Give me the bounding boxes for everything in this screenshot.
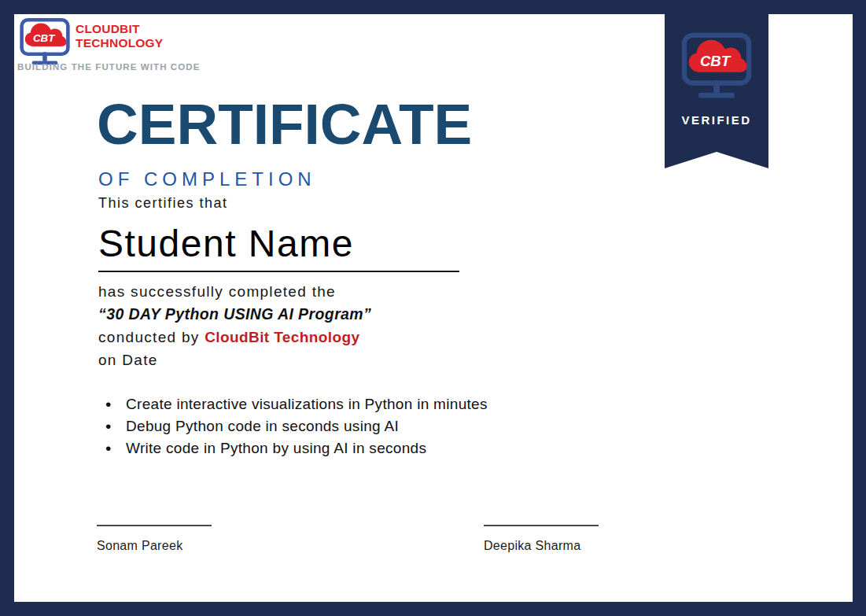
completed-line: has successfully completed the [98,283,336,301]
signature-line [97,525,212,526]
certificate-subtitle: OF COMPLETION [98,168,316,190]
highlight-item: Debug Python code in seconds using AI [103,415,488,437]
signature-left: Sonam Pareek [97,525,212,553]
signature-right: Deepika Sharma [484,525,599,553]
cbt-logo-text: CBT [33,32,56,44]
signatory-name: Sonam Pareek [97,539,212,553]
cbt-monitor-cloud-icon: CBT [678,31,755,102]
date-line: on Date [98,352,158,369]
signature-line [484,525,599,526]
program-name: “30 DAY Python USING AI Program” [98,305,371,323]
cloudbit-header-logo: CBT CLOUDBIT TECHNOLOGY BUILDING THE FUT… [17,17,253,91]
certifies-line: This certifies that [98,195,228,212]
certificate-page: { "brand": { "logo_text": "CBT", "name_l… [0,0,866,616]
cbt-logo-text: CBT [700,53,731,69]
highlight-item: Create interactive visualizations in Pyt… [103,393,488,415]
cbt-monitor-cloud-icon: CBT [17,17,72,68]
brand-name-line2: TECHNOLOGY [76,36,163,50]
brand-tagline: BUILDING THE FUTURE WITH CODE [17,62,201,72]
signatory-name: Deepika Sharma [484,539,599,553]
student-name: Student Name [98,222,354,265]
certificate-title: CERTIFICATE [97,95,472,153]
verified-label: VERIFIED [681,113,751,127]
highlight-item: Write code in Python by using AI in seco… [103,437,488,459]
brand-name: CLOUDBIT TECHNOLOGY [76,22,163,50]
verified-ribbon: CBT VERIFIED [665,0,768,168]
student-name-underline [98,271,459,272]
conducted-line: conducted by CloudBit Technology [98,329,359,346]
program-highlights-list: Create interactive visualizations in Pyt… [103,393,488,459]
brand-name-line1: CLOUDBIT [76,22,163,36]
conducted-prefix: conducted by [98,329,200,345]
conducted-org: CloudBit Technology [205,329,359,345]
